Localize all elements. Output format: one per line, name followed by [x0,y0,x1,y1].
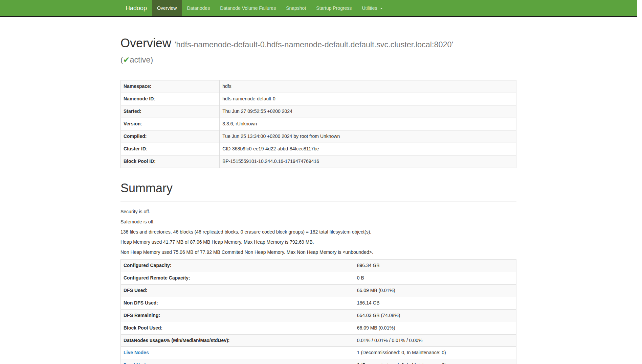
row-label-cluster-id: Cluster ID: [121,143,220,155]
page-title: Overview 'hdfs-namenode-default-0.hdfs-n… [120,37,516,67]
summary-paragraphs: Security is off.Safemode is off.136 file… [120,209,516,256]
table-row-non-dfs-used: Non DFS Used:186.14 GB [121,297,516,309]
nav-item-snapshot: Snapshot [281,0,311,16]
nav-link-utilities[interactable]: Utilities [357,0,388,16]
nav-link-datanodes[interactable]: Datanodes [182,0,215,16]
row-value-dead-nodes: 0 (Decommissioned: 0, In Maintenance: 0) [354,359,516,364]
check-icon: ✔ [123,55,130,64]
row-label-datanodes-usages: DataNodes usages% (Min/Median/Max/stdDev… [121,334,354,347]
row-value-namenode-id: hdfs-namenode-default-0 [220,93,516,105]
caret-down-icon [380,8,383,9]
summary-line-3: 136 files and directories, 46 blocks (46… [120,229,516,236]
nav-item-overview: Overview [152,0,182,16]
row-label-compiled: Compiled: [121,130,220,143]
nav-link-snapshot[interactable]: Snapshot [281,0,311,16]
summary-title: Summary [120,181,516,195]
row-value-configured-remote-capacity: 0 B [354,272,516,284]
table-row-version: Version:3.3.6, rUnknown [121,118,516,130]
table-row-block-pool-id: Block Pool ID:BP-1515559101-10.244.0.16-… [121,155,516,168]
live-nodes-link[interactable]: Live Nodes [124,350,149,355]
navbar: Hadoop OverviewDatanodesDatanode Volume … [0,0,637,17]
table-row-live-nodes: Live Nodes1 (Decommissioned: 0, In Maint… [121,347,516,359]
row-value-cluster-id: CID-368b9fc0-ee19-4d22-abbd-84fcec8117be [220,143,516,155]
summary-line-1: Security is off. [120,209,516,215]
status-close-paren: ) [151,55,153,64]
table-row-datanodes-usages: DataNodes usages% (Min/Median/Max/stdDev… [121,334,516,347]
node-info-table: Namespace:hdfsNamenode ID:hdfs-namenode-… [120,80,516,168]
row-label-dead-nodes: Dead Nodes [121,359,354,364]
table-row-compiled: Compiled:Tue Jun 25 13:34:00 +0200 2024 … [121,130,516,143]
row-value-dfs-used: 66.09 MB (0.01%) [354,284,516,297]
nav-item-datanodes: Datanodes [182,0,215,16]
viewport: Hadoop OverviewDatanodesDatanode Volume … [0,0,642,364]
row-value-block-pool-used: 66.09 MB (0.01%) [354,322,516,334]
row-value-block-pool-id: BP-1515559101-10.244.0.16-1719474769416 [220,155,516,168]
navbar-menu: OverviewDatanodesDatanode Volume Failure… [152,0,388,16]
table-row-namenode-id: Namenode ID:hdfs-namenode-default-0 [121,93,516,105]
status-open-paren: ( [120,55,123,64]
nav-link-startup-progress[interactable]: Startup Progress [311,0,357,16]
summary-line-5: Non Heap Memory used 75.06 MB of 77.92 M… [120,249,516,256]
row-label-namespace: Namespace: [121,80,220,93]
page: Hadoop OverviewDatanodesDatanode Volume … [0,0,637,364]
row-label-dfs-remaining: DFS Remaining: [121,309,354,322]
row-value-non-dfs-used: 186.14 GB [354,297,516,309]
row-label-block-pool-id: Block Pool ID: [121,155,220,168]
row-value-configured-capacity: 896.34 GB [354,259,516,272]
row-label-started: Started: [121,105,220,118]
page-header: Overview 'hdfs-namenode-default-0.hdfs-n… [120,37,516,73]
navbar-brand[interactable]: Hadoop [120,0,152,16]
row-label-namenode-id: Namenode ID: [121,93,220,105]
row-label-configured-capacity: Configured Capacity: [121,259,354,272]
row-value-compiled: Tue Jun 25 13:34:00 +0200 2024 by root f… [220,130,516,143]
row-value-dfs-remaining: 664.03 GB (74.08%) [354,309,516,322]
nav-item-startup-progress: Startup Progress [311,0,357,16]
namenode-address-text: 'hdfs-namenode-default-0.hdfs-namenode-d… [175,40,453,49]
dead-nodes-link[interactable]: Dead Nodes [124,362,151,364]
summary-table: Configured Capacity:896.34 GBConfigured … [120,259,516,364]
row-label-non-dfs-used: Non DFS Used: [121,297,354,309]
table-row-configured-remote-capacity: Configured Remote Capacity:0 B [121,272,516,284]
summary-header: Summary [120,181,516,202]
row-value-live-nodes: 1 (Decommissioned: 0, In Maintenance: 0) [354,347,516,359]
table-row-cluster-id: Cluster ID:CID-368b9fc0-ee19-4d22-abbd-8… [121,143,516,155]
row-value-started: Thu Jun 27 09:52:55 +0200 2024 [220,105,516,118]
table-row-started: Started:Thu Jun 27 09:52:55 +0200 2024 [121,105,516,118]
table-row-configured-capacity: Configured Capacity:896.34 GB [121,259,516,272]
summary-line-4: Heap Memory used 41.77 MB of 87.06 MB He… [120,239,516,246]
row-value-datanodes-usages: 0.01% / 0.01% / 0.01% / 0.00% [354,334,516,347]
row-value-version: 3.3.6, rUnknown [220,118,516,130]
namenode-status: (✔active) [120,55,153,64]
table-row-block-pool-used: Block Pool Used:66.09 MB (0.01%) [121,322,516,334]
status-label: active [130,55,150,64]
navbar-inner: Hadoop OverviewDatanodesDatanode Volume … [115,0,522,16]
table-row-namespace: Namespace:hdfs [121,80,516,93]
nav-link-overview[interactable]: Overview [152,0,182,16]
table-row-dfs-remaining: DFS Remaining:664.03 GB (74.08%) [121,309,516,322]
nav-item-datanode-volume-failures: Datanode Volume Failures [215,0,281,16]
table-row-dead-nodes: Dead Nodes0 (Decommissioned: 0, In Maint… [121,359,516,364]
row-value-namespace: hdfs [220,80,516,93]
row-label-dfs-used: DFS Used: [121,284,354,297]
row-label-live-nodes: Live Nodes [121,347,354,359]
summary-line-2: Safemode is off. [120,219,516,225]
nav-item-utilities: Utilities [357,0,388,16]
main-content: Overview 'hdfs-namenode-default-0.hdfs-n… [115,37,522,364]
row-label-configured-remote-capacity: Configured Remote Capacity: [121,272,354,284]
row-label-version: Version: [121,118,220,130]
nav-link-datanode-volume-failures[interactable]: Datanode Volume Failures [215,0,281,16]
row-label-block-pool-used: Block Pool Used: [121,322,354,334]
page-title-text: Overview [120,36,171,50]
table-row-dfs-used: DFS Used:66.09 MB (0.01%) [121,284,516,297]
